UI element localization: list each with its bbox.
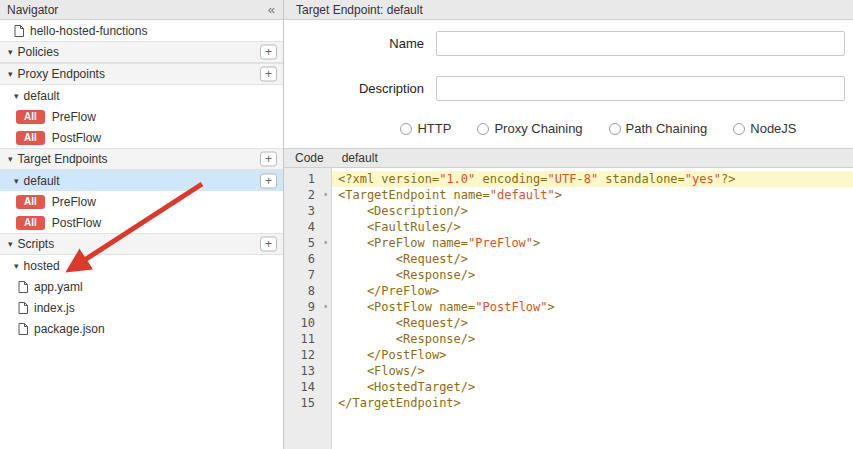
description-field-row: Description: [284, 76, 853, 101]
radio-proxy-chaining[interactable]: Proxy Chaining: [477, 121, 582, 136]
radio-label: NodeJS: [750, 121, 796, 136]
nav-row-label: default: [24, 174, 60, 188]
nav-row-bundle-hello-hosted-functions[interactable]: hello-hosted-functions: [0, 20, 283, 41]
code-line[interactable]: <Flows/>: [332, 363, 853, 379]
line-number[interactable]: 5▾: [284, 235, 331, 251]
code-editor[interactable]: <?xml version="1.0" encoding="UTF-8" sta…: [332, 168, 853, 449]
radio-icon[interactable]: [609, 123, 621, 135]
description-label: Description: [284, 81, 424, 96]
code-line[interactable]: </TargetEndpoint>: [332, 395, 853, 411]
collapse-panel-icon[interactable]: «: [268, 2, 275, 17]
nav-row-label: PostFlow: [52, 131, 101, 145]
expand-triangle-icon[interactable]: ▾: [8, 69, 13, 79]
add-button[interactable]: +: [260, 45, 277, 60]
expand-triangle-icon[interactable]: ▾: [14, 176, 19, 186]
radio-icon[interactable]: [400, 123, 412, 135]
line-number[interactable]: 9▾: [284, 299, 331, 315]
add-button[interactable]: +: [260, 237, 277, 252]
radio-label: Path Chaining: [626, 121, 708, 136]
radio-path-chaining[interactable]: Path Chaining: [609, 121, 708, 136]
expand-triangle-icon[interactable]: ▾: [8, 47, 13, 57]
nav-row-file-package-json[interactable]: package.json: [0, 318, 283, 339]
nav-row-label: Target Endpoints: [18, 152, 108, 166]
code-line[interactable]: <PreFlow name="PreFlow">: [332, 235, 853, 251]
line-number[interactable]: 8: [284, 283, 331, 299]
nav-row-label: index.js: [34, 301, 75, 315]
nav-row-flow-preflow[interactable]: AllPreFlow: [0, 191, 283, 212]
nav-row-label: PreFlow: [52, 195, 96, 209]
code-line[interactable]: <PostFlow name="PostFlow">: [332, 299, 853, 315]
nav-row-section-target-endpoints[interactable]: ▾Target Endpoints+: [0, 148, 283, 170]
nav-row-section-proxy-endpoints[interactable]: ▾Proxy Endpoints+: [0, 63, 283, 85]
nav-row-label: hello-hosted-functions: [30, 24, 147, 38]
flow-condition-badge: All: [16, 110, 45, 124]
add-button[interactable]: +: [260, 67, 277, 82]
nav-row-flow-postflow[interactable]: AllPostFlow: [0, 127, 283, 148]
line-number[interactable]: 11: [284, 331, 331, 347]
radio-label: Proxy Chaining: [494, 121, 582, 136]
fold-toggle-icon[interactable]: ▾: [323, 187, 328, 203]
expand-triangle-icon[interactable]: ▾: [8, 154, 13, 164]
code-line[interactable]: <Request/>: [332, 315, 853, 331]
radio-http[interactable]: HTTP: [400, 121, 451, 136]
line-number[interactable]: 7: [284, 267, 331, 283]
code-line[interactable]: <Response/>: [332, 267, 853, 283]
code-line[interactable]: <?xml version="1.0" encoding="UTF-8" sta…: [332, 171, 853, 187]
nav-row-flow-postflow[interactable]: AllPostFlow: [0, 212, 283, 233]
line-number[interactable]: 6: [284, 251, 331, 267]
radio-icon[interactable]: [477, 123, 489, 135]
nav-row-flow-preflow[interactable]: AllPreFlow: [0, 106, 283, 127]
code-line[interactable]: </PreFlow>: [332, 283, 853, 299]
detail-header-title: Target Endpoint: default: [296, 3, 423, 17]
fold-toggle-icon[interactable]: ▾: [323, 235, 328, 251]
nav-row-label: Policies: [18, 45, 59, 59]
document-icon: [18, 302, 28, 314]
nav-row-label: PostFlow: [52, 216, 101, 230]
navigator-title: Navigator: [7, 3, 58, 17]
radio-nodejs[interactable]: NodeJS: [733, 121, 796, 136]
add-button[interactable]: +: [260, 173, 277, 188]
code-line[interactable]: <FaultRules/>: [332, 219, 853, 235]
code-line[interactable]: </PostFlow>: [332, 347, 853, 363]
code-line[interactable]: <HostedTarget/>: [332, 379, 853, 395]
document-icon: [18, 323, 28, 335]
document-icon: [18, 281, 28, 293]
navigator-tree: hello-hosted-functions▾Policies+▾Proxy E…: [0, 20, 283, 449]
code-tab-default[interactable]: default: [342, 151, 378, 165]
nav-row-node-default[interactable]: ▾default: [0, 85, 283, 106]
nav-row-node-hosted[interactable]: ▾hosted: [0, 255, 283, 276]
line-number[interactable]: 13: [284, 363, 331, 379]
expand-triangle-icon[interactable]: ▾: [14, 261, 19, 271]
name-input[interactable]: [436, 31, 845, 56]
code-line[interactable]: <TargetEndpoint name="default">: [332, 187, 853, 203]
nav-row-label: PreFlow: [52, 110, 96, 124]
code-line[interactable]: <Request/>: [332, 251, 853, 267]
code-line[interactable]: <Response/>: [332, 331, 853, 347]
flow-condition-badge: All: [16, 195, 45, 209]
expand-triangle-icon[interactable]: ▾: [8, 239, 13, 249]
line-number[interactable]: 1: [284, 171, 331, 187]
navigator-header: Navigator «: [0, 0, 283, 20]
nav-row-section-policies[interactable]: ▾Policies+: [0, 41, 283, 63]
description-input[interactable]: [436, 76, 845, 101]
radio-icon[interactable]: [733, 123, 745, 135]
line-number[interactable]: 12: [284, 347, 331, 363]
nav-row-section-scripts[interactable]: ▾Scripts+: [0, 233, 283, 255]
line-number[interactable]: 15: [284, 395, 331, 411]
radio-label: HTTP: [417, 121, 451, 136]
nav-row-node-default[interactable]: ▾default+: [0, 170, 283, 191]
code-panel-label: Code: [295, 151, 324, 165]
line-number[interactable]: 4: [284, 219, 331, 235]
code-area: 12▾345▾6789▾101112131415 <?xml version="…: [284, 168, 853, 449]
app-window: Navigator « hello-hosted-functions▾Polic…: [0, 0, 853, 449]
nav-row-file-app-yaml[interactable]: app.yaml: [0, 276, 283, 297]
nav-row-file-index-js[interactable]: index.js: [0, 297, 283, 318]
line-number[interactable]: 14: [284, 379, 331, 395]
fold-toggle-icon[interactable]: ▾: [323, 299, 328, 315]
line-number[interactable]: 2▾: [284, 187, 331, 203]
expand-triangle-icon[interactable]: ▾: [14, 91, 19, 101]
code-line[interactable]: <Description/>: [332, 203, 853, 219]
line-number[interactable]: 10: [284, 315, 331, 331]
add-button[interactable]: +: [260, 152, 277, 167]
line-number[interactable]: 3: [284, 203, 331, 219]
